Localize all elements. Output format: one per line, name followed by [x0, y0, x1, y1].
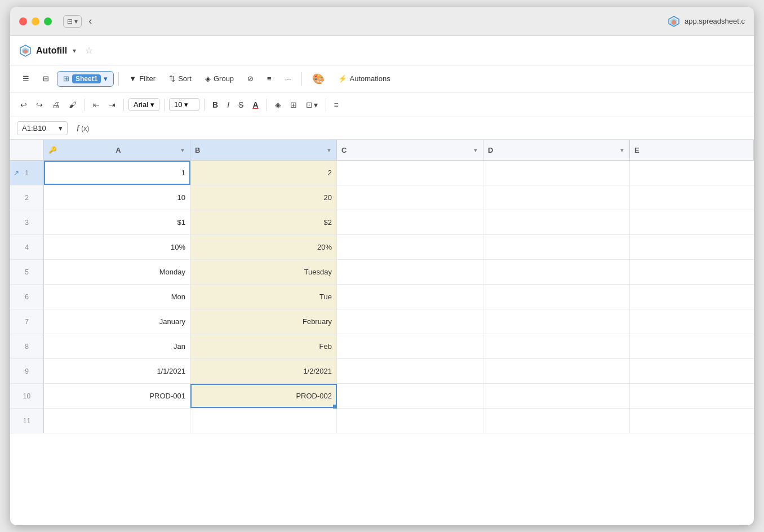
- text-color-button[interactable]: A: [249, 98, 261, 112]
- bold-button[interactable]: B: [209, 98, 221, 112]
- cell-B8[interactable]: Feb: [190, 334, 337, 358]
- cell-E10[interactable]: [630, 384, 754, 408]
- cell-A7[interactable]: January: [44, 309, 190, 334]
- strikethrough-button[interactable]: S: [235, 98, 247, 112]
- cell-B7[interactable]: February: [190, 309, 337, 334]
- cell-E4[interactable]: [630, 235, 754, 259]
- cell-B1[interactable]: 2: [190, 161, 337, 185]
- cell-B3[interactable]: $2: [190, 210, 337, 234]
- close-button[interactable]: [19, 17, 27, 25]
- cell-D11[interactable]: [483, 409, 630, 433]
- cell-A5[interactable]: Monday: [44, 260, 190, 284]
- cell-E5[interactable]: [630, 260, 754, 284]
- cell-E1[interactable]: [630, 161, 754, 185]
- more-button[interactable]: ···: [279, 72, 297, 86]
- cell-C6[interactable]: [337, 285, 483, 309]
- sidebar-toggle-button[interactable]: ⊟ ▾: [63, 15, 82, 28]
- col-b-arrow-icon: ▼: [326, 147, 332, 153]
- cell-B11[interactable]: [190, 409, 337, 433]
- cell-A9[interactable]: 1/1/2021: [44, 359, 190, 383]
- back-button[interactable]: ‹: [88, 15, 92, 27]
- cell-B9[interactable]: 1/2/2021: [190, 359, 337, 383]
- filter-button[interactable]: ▼ Filter: [123, 72, 161, 86]
- font-family-selector[interactable]: Arial ▾: [128, 98, 159, 111]
- cell-D7[interactable]: [483, 309, 630, 334]
- indent-dec-button[interactable]: ⇤: [90, 98, 103, 112]
- align-button[interactable]: ≡: [331, 98, 342, 112]
- borders-button[interactable]: ⊞: [287, 98, 300, 112]
- cell-E9[interactable]: [630, 359, 754, 383]
- hide-button[interactable]: ⊘: [242, 72, 259, 86]
- cell-A1[interactable]: 1: [44, 161, 190, 185]
- cell-C5[interactable]: [337, 260, 483, 284]
- italic-button[interactable]: I: [224, 98, 233, 112]
- cell-A4[interactable]: 10%: [44, 235, 190, 259]
- cell-C2[interactable]: [337, 185, 483, 210]
- cell-A2[interactable]: 10: [44, 185, 190, 210]
- cell-A8[interactable]: Jan: [44, 334, 190, 358]
- automations-button[interactable]: ⚡ Automations: [332, 72, 396, 86]
- cell-C10[interactable]: [337, 384, 483, 408]
- column-header-E[interactable]: E: [630, 140, 754, 160]
- autofill-handle[interactable]: [333, 405, 337, 409]
- column-header-B[interactable]: B ▼: [190, 140, 337, 160]
- fill-color-button[interactable]: ◈: [272, 98, 285, 112]
- cell-E11[interactable]: [630, 409, 754, 433]
- cell-E2[interactable]: [630, 185, 754, 210]
- font-size-selector[interactable]: 10 ▾: [169, 98, 199, 111]
- cell-A6[interactable]: Mon: [44, 285, 190, 309]
- column-header-D[interactable]: D ▼: [483, 140, 630, 160]
- group-button[interactable]: ◈ Group: [199, 72, 239, 86]
- cell-D9[interactable]: [483, 359, 630, 383]
- cell-C7[interactable]: [337, 309, 483, 334]
- cell-D8[interactable]: [483, 334, 630, 358]
- cell-B10[interactable]: PROD-002: [190, 384, 337, 408]
- cell-A11[interactable]: [44, 409, 190, 433]
- cell-D6[interactable]: [483, 285, 630, 309]
- cell-D5[interactable]: [483, 260, 630, 284]
- cell-C11[interactable]: [337, 409, 483, 433]
- redo-button[interactable]: ↪: [33, 98, 46, 112]
- cell-E6[interactable]: [630, 285, 754, 309]
- column-header-C[interactable]: C ▼: [337, 140, 483, 160]
- merge-button[interactable]: ⊡ ▾: [303, 98, 321, 112]
- undo-button[interactable]: ↩: [17, 98, 30, 112]
- cell-D4[interactable]: [483, 235, 630, 259]
- cell-B6[interactable]: Tue: [190, 285, 337, 309]
- sheet1-button[interactable]: ⊞ Sheet1 ▾: [57, 71, 114, 87]
- cell-C8[interactable]: [337, 334, 483, 358]
- cell-C9[interactable]: [337, 359, 483, 383]
- print-button[interactable]: 🖨: [48, 98, 63, 112]
- cell-D3[interactable]: [483, 210, 630, 234]
- column-header-A[interactable]: 🔑 A ▼: [44, 140, 190, 160]
- cell-C4[interactable]: [337, 235, 483, 259]
- title-dropdown-icon[interactable]: ▾: [73, 47, 76, 55]
- minimize-button[interactable]: [32, 17, 39, 25]
- cell-B5[interactable]: Tuesday: [190, 260, 337, 284]
- menu-button[interactable]: ☰: [17, 72, 35, 86]
- cell-A10[interactable]: PROD-001: [44, 384, 190, 408]
- color-picker-button[interactable]: 🎨: [307, 70, 330, 88]
- cell-D1[interactable]: [483, 161, 630, 185]
- cell-D2[interactable]: [483, 185, 630, 210]
- favorite-icon[interactable]: ☆: [85, 45, 93, 56]
- cell-reference-box[interactable]: A1:B10 ▾: [17, 121, 68, 135]
- cell-B4[interactable]: 20%: [190, 235, 337, 259]
- row-expand-1-icon[interactable]: ↗: [14, 169, 19, 177]
- cell-D10[interactable]: [483, 384, 630, 408]
- formula-button[interactable]: f (x): [72, 121, 94, 135]
- sidebar-button[interactable]: ⊟: [37, 72, 55, 86]
- cell-C1[interactable]: [337, 161, 483, 185]
- cell-E7[interactable]: [630, 309, 754, 334]
- maximize-button[interactable]: [44, 17, 52, 25]
- cell-C3[interactable]: [337, 210, 483, 234]
- cell-A3[interactable]: $1: [44, 210, 190, 234]
- sort-button[interactable]: ⇅ Sort: [163, 72, 197, 86]
- rowheight-button[interactable]: ≡: [261, 72, 277, 86]
- col-a-label: A: [116, 146, 121, 154]
- cell-B2[interactable]: 20: [190, 185, 337, 210]
- cell-E8[interactable]: [630, 334, 754, 358]
- indent-inc-button[interactable]: ⇥: [105, 98, 119, 112]
- cell-E3[interactable]: [630, 210, 754, 234]
- paint-format-button[interactable]: 🖌: [65, 98, 80, 112]
